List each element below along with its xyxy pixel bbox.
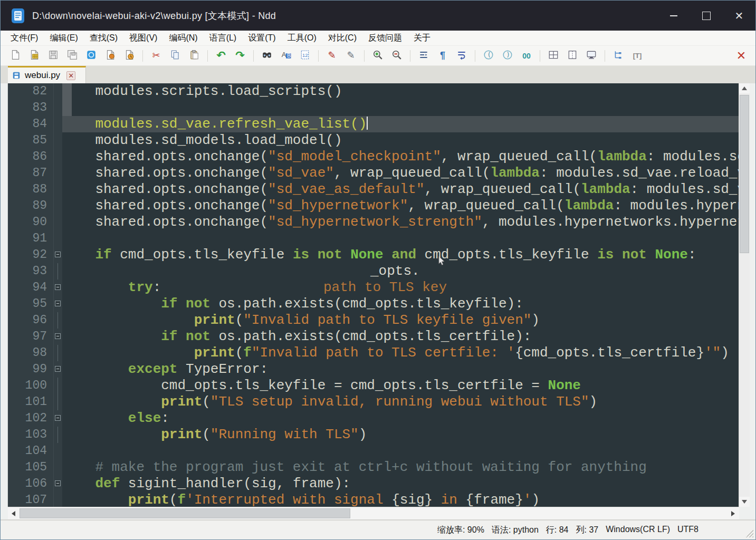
open-file-button[interactable]: [26, 49, 42, 63]
code-line-86[interactable]: shared.opts.onchange("sd_model_checkpoin…: [62, 149, 739, 165]
fold-toggle[interactable]: [54, 476, 62, 492]
code-line-99[interactable]: except TypeError:: [62, 361, 739, 378]
menu-item-encoding[interactable]: 编码(N): [163, 31, 203, 45]
close-button[interactable]: ✕: [723, 1, 755, 31]
code-line-89[interactable]: shared.opts.onchange("sd_hypernetwork", …: [62, 198, 739, 214]
code-line-85[interactable]: modules.sd_models.load_model(): [62, 132, 739, 149]
code-line-98[interactable]: print(f"Invalid path to TLS certfile: '{…: [62, 345, 739, 361]
line-number: 102: [8, 410, 53, 427]
code-line-107[interactable]: print(f'Interrupted with signal {sig} in…: [62, 492, 739, 507]
code-line-104[interactable]: [62, 443, 739, 459]
code-line-88[interactable]: shared.opts.onchange("sd_vae_as_default"…: [62, 181, 739, 198]
code-token: "sd_hypernetwork": [268, 198, 408, 214]
horizontal-scrollbar[interactable]: [8, 507, 739, 519]
scroll-right-arrow[interactable]: [728, 508, 738, 519]
vertical-scroll-thumb[interactable]: [740, 95, 749, 253]
goto-line-button[interactable]: 12: [297, 49, 313, 63]
fold-toggle[interactable]: [54, 329, 62, 345]
code-line-87[interactable]: shared.opts.onchange("sd_vae", wrap_queu…: [62, 165, 739, 181]
menu-item-search[interactable]: 查找(S): [84, 31, 123, 45]
cut-button[interactable]: ✂: [148, 49, 164, 63]
undo-button[interactable]: ↶: [213, 49, 229, 63]
editor-area: 8283848586878889909192939495969798991001…: [1, 83, 755, 507]
replace-button[interactable]: AB: [278, 49, 294, 63]
menu-item-settings[interactable]: 设置(T): [242, 31, 281, 45]
tab-webui-py[interactable]: webui.py ✕: [8, 66, 86, 83]
save-all-button[interactable]: [64, 49, 80, 63]
code-line-82[interactable]: modules.scripts.load_scripts(): [62, 83, 739, 100]
word-wrap-button[interactable]: [454, 49, 470, 63]
code-line-95[interactable]: if not os.path.exists(cmd_opts.tls_keyfi…: [62, 296, 739, 312]
fold-toggle[interactable]: [54, 361, 62, 378]
fold-toggle[interactable]: [54, 296, 62, 312]
toolbar-close-button[interactable]: ✕: [734, 49, 748, 63]
resize-grip[interactable]: [746, 530, 753, 537]
window-controls: ✕: [657, 1, 755, 31]
menu-item-view[interactable]: 视图(V): [123, 31, 163, 45]
show-symbols-button[interactable]: ¶: [435, 49, 451, 63]
code-line-97[interactable]: if not os.path.exists(cmd_opts.tls_certf…: [62, 329, 739, 345]
horizontal-scroll-thumb[interactable]: [20, 508, 350, 518]
fold-toggle[interactable]: [54, 410, 62, 427]
code-line-84[interactable]: modules.sd_vae.refresh_vae_list(): [62, 116, 739, 132]
vertical-scrollbar[interactable]: [739, 83, 750, 507]
code-line-100[interactable]: cmd_opts.tls_keyfile = cmd_opts.tls_cert…: [62, 378, 739, 394]
split-grid-button[interactable]: [546, 49, 561, 63]
indent-settings-button[interactable]: [416, 49, 432, 63]
file-history-button[interactable]: [121, 49, 137, 63]
maximize-button[interactable]: [690, 1, 723, 31]
code-token: print: [194, 345, 235, 361]
copy-button[interactable]: [167, 49, 183, 63]
fold-toggle[interactable]: [54, 247, 62, 263]
monitor-view-button[interactable]: [583, 49, 599, 63]
zoom-in-icon: [372, 50, 383, 62]
menu-item-file[interactable]: 文件(F): [5, 31, 44, 45]
code-line-83[interactable]: [62, 100, 739, 116]
code-line-105[interactable]: # make the program just exit at ctrl+c w…: [62, 459, 739, 476]
ghost-text-artifact: _opts.: [370, 263, 420, 279]
menu-item-tools[interactable]: 工具(O): [282, 31, 322, 45]
code-line-103[interactable]: print("Running with TLS"): [62, 427, 739, 443]
menu-item-feedback[interactable]: 反馈问题: [362, 31, 408, 45]
minimize-button[interactable]: [657, 1, 690, 31]
zoom-out-button[interactable]: [389, 49, 405, 63]
save-button[interactable]: [45, 49, 61, 63]
code-line-93[interactable]: _opts.: [62, 263, 739, 279]
new-file-button[interactable]: [7, 49, 23, 63]
code-token: TypeError:: [177, 361, 268, 377]
toolbar-separator: [142, 50, 143, 62]
close-file-button[interactable]: [83, 49, 99, 63]
close-all-files-button[interactable]: [102, 49, 118, 63]
record-macro-button[interactable]: ✎: [324, 49, 340, 63]
brace-close-button[interactable]: ): [500, 49, 515, 63]
toolbar-separator: [207, 50, 208, 62]
menu-item-about[interactable]: 关于: [408, 31, 436, 45]
code-line-90[interactable]: shared.opts.onchange("sd_hypernetwork_st…: [62, 214, 739, 230]
menu-item-language[interactable]: 语言(L): [204, 31, 243, 45]
zoom-in-button[interactable]: [370, 49, 386, 63]
code-line-102[interactable]: else:: [62, 410, 739, 427]
code-line-94[interactable]: try:path to TLS key: [62, 279, 739, 296]
text-format-button[interactable]: [T]: [629, 49, 645, 63]
code-line-101[interactable]: print("TLS setup invalid, running webui …: [62, 394, 739, 410]
run-macro-button[interactable]: ✎: [343, 49, 359, 63]
scroll-left-arrow[interactable]: [8, 508, 18, 519]
code-line-106[interactable]: def sigint_handler(sig, frame):: [62, 476, 739, 492]
code-line-96[interactable]: print("Invalid path to TLS keyfile given…: [62, 312, 739, 329]
find-button[interactable]: [259, 49, 275, 63]
code-line-91[interactable]: [62, 230, 739, 247]
code-view[interactable]: modules.scripts.load_scripts() modules.s…: [62, 83, 739, 507]
code-line-92[interactable]: if cmd_opts.tls_keyfile is not None and …: [62, 247, 739, 263]
scroll-up-arrow[interactable]: [739, 83, 750, 93]
mark-all-button[interactable]: 00: [519, 49, 534, 63]
tab-close-icon[interactable]: ✕: [66, 71, 75, 80]
fold-toggle[interactable]: [54, 279, 62, 296]
scroll-down-arrow[interactable]: [739, 497, 750, 507]
redo-button[interactable]: ↷: [232, 49, 248, 63]
paste-button[interactable]: [186, 49, 202, 63]
split-vertical-button[interactable]: [564, 49, 580, 63]
menu-item-compare[interactable]: 对比(C): [322, 31, 362, 45]
menu-item-edit[interactable]: 编辑(E): [44, 31, 83, 45]
function-list-button[interactable]: [610, 49, 626, 63]
brace-open-button[interactable]: (: [481, 49, 496, 63]
